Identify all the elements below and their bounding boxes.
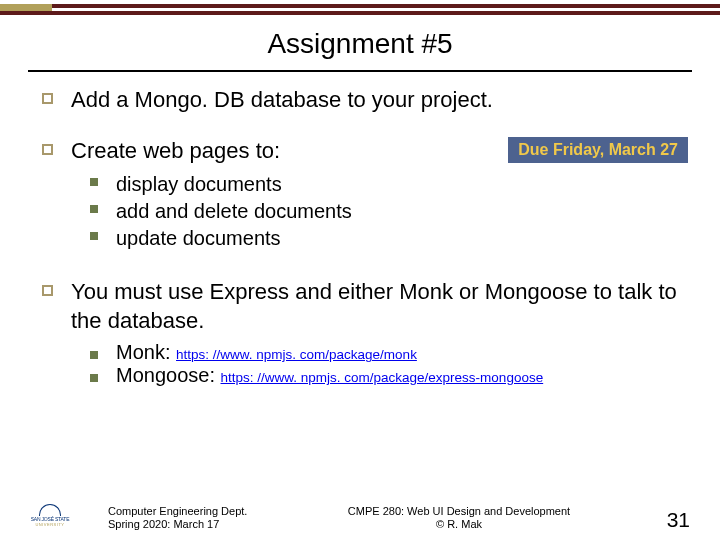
slide-body: Add a Mongo. DB database to your project… <box>42 86 688 387</box>
bullet-filled-square-icon <box>90 232 98 240</box>
sub-bullet-text: update documents <box>116 225 281 252</box>
due-date-badge: Due Friday, March 27 <box>508 137 688 163</box>
bullet-filled-square-icon <box>90 374 98 382</box>
title-underline <box>28 70 692 72</box>
bullet-open-square-icon <box>42 285 53 296</box>
slide-number: 31 <box>630 508 690 532</box>
top-accent-block <box>0 4 52 15</box>
mongoose-link[interactable]: https: //www. npmjs. com/package/express… <box>221 370 544 385</box>
footer-dept: Computer Engineering Dept. <box>108 505 288 519</box>
footer-author: © R. Mak <box>288 518 630 532</box>
link-label: Mongoose: <box>116 364 221 386</box>
top-rule-bars <box>0 0 720 20</box>
logo-subtext: UNIVERSITY <box>35 523 64 527</box>
footer-term: Spring 2020: March 17 <box>108 518 288 532</box>
monk-link[interactable]: https: //www. npmjs. com/package/monk <box>176 347 417 362</box>
slide-title: Assignment #5 <box>0 28 720 60</box>
bullet-text: You must use Express and either Monk or … <box>71 278 688 335</box>
bullet-filled-square-icon <box>90 351 98 359</box>
footer-left: Computer Engineering Dept. Spring 2020: … <box>108 505 288 533</box>
link-label: Monk: <box>116 341 176 363</box>
bullet-filled-square-icon <box>90 178 98 186</box>
bullet-text: Add a Mongo. DB database to your project… <box>71 86 493 115</box>
sub-bullet-text: display documents <box>116 171 282 198</box>
bullet-open-square-icon <box>42 93 53 104</box>
footer-center: CMPE 280: Web UI Design and Development … <box>288 505 630 533</box>
footer-course: CMPE 280: Web UI Design and Development <box>288 505 630 519</box>
sub-bullet-text: add and delete documents <box>116 198 352 225</box>
logo-emblem-icon <box>39 504 61 516</box>
sjsu-logo: SAN JOSÉ STATE UNIVERSITY <box>30 498 70 532</box>
bullet-open-square-icon <box>42 144 53 155</box>
bullet-text: Create web pages to: <box>71 137 280 166</box>
slide-footer: SAN JOSÉ STATE UNIVERSITY Computer Engin… <box>0 498 720 532</box>
logo-text: SAN JOSÉ STATE <box>31 517 70 522</box>
bullet-filled-square-icon <box>90 205 98 213</box>
